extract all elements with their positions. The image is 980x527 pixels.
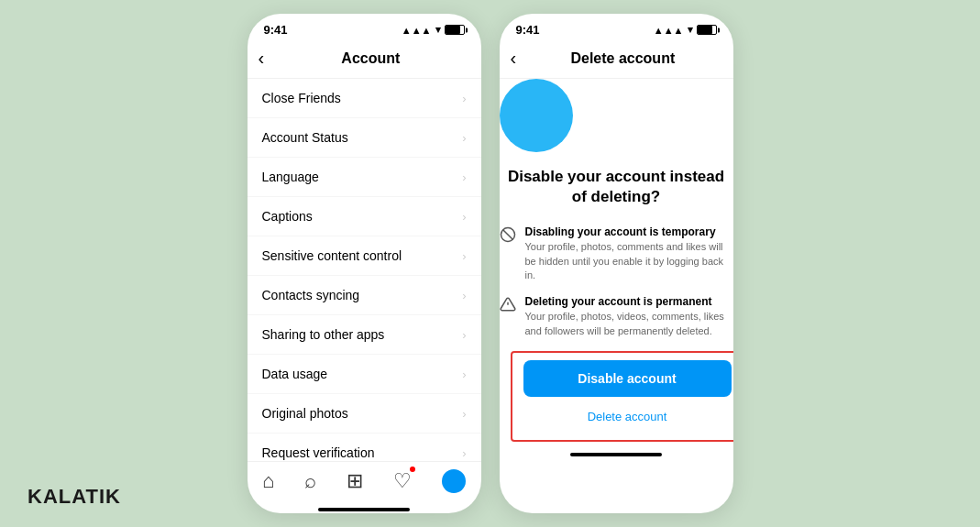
chevron-sensitive-content: › — [462, 249, 466, 263]
menu-label-contacts-syncing: Contacts syncing — [262, 288, 360, 302]
menu-item-account-status[interactable]: Account Status › — [248, 118, 481, 158]
right-nav-bar: ‹ Delete account — [500, 42, 733, 79]
signal-icon: ▲▲▲ — [402, 25, 432, 36]
wifi-icon: ▾ — [435, 24, 441, 36]
menu-item-sharing[interactable]: Sharing to other apps › — [248, 315, 481, 355]
status-bar-right: 9:41 ▲▲▲ ▾ — [500, 14, 733, 42]
signal-icon-right: ▲▲▲ — [654, 25, 684, 36]
home-icon[interactable]: ⌂ — [262, 469, 274, 493]
menu-item-close-friends[interactable]: Close Friends › — [248, 79, 481, 118]
menu-label-language: Language — [262, 170, 319, 184]
disable-account-button[interactable]: Disable account — [523, 360, 732, 397]
info-text-disable: Disabling your account is temporary Your… — [525, 225, 733, 282]
left-nav-title: Account — [271, 50, 469, 67]
chevron-captions: › — [462, 210, 466, 224]
add-post-icon[interactable]: ⊞ — [347, 469, 363, 493]
back-button-left[interactable]: ‹ — [259, 46, 272, 71]
battery-icon-right — [697, 25, 717, 35]
disable-icon — [500, 226, 516, 247]
info-row-disable: Disabling your account is temporary Your… — [500, 225, 733, 282]
back-button-right[interactable]: ‹ — [511, 46, 524, 71]
chevron-contacts-syncing: › — [462, 289, 466, 302]
bottom-actions: Disable account Delete account — [511, 351, 733, 442]
account-menu-list: Close Friends › Account Status › Languag… — [248, 79, 481, 461]
home-indicator-right — [570, 453, 662, 456]
battery-icon — [445, 25, 465, 35]
left-nav-bar: ‹ Account — [248, 42, 481, 79]
wifi-icon-right: ▾ — [688, 24, 693, 36]
profile-circle — [500, 79, 573, 152]
bottom-nav-left: ⌂ ⌕ ⊞ ♡ — [248, 461, 481, 504]
menu-item-language[interactable]: Language › — [248, 158, 481, 197]
menu-label-request-verification: Request verification — [262, 445, 375, 460]
left-phone: 9:41 ▲▲▲ ▾ ‹ Account Close Friends › Acc… — [248, 14, 481, 513]
delete-account-content: Disable your account instead of deleting… — [500, 79, 733, 351]
home-indicator-left — [318, 508, 410, 511]
menu-label-captions: Captions — [262, 209, 313, 224]
menu-label-sharing: Sharing to other apps — [262, 327, 385, 342]
info-title-delete: Deleting your account is permanent — [525, 295, 733, 308]
warning-icon — [500, 296, 516, 316]
status-icons-left: ▲▲▲ ▾ — [402, 24, 465, 36]
profile-icon[interactable] — [442, 469, 466, 493]
info-row-delete: Deleting your account is permanent Your … — [500, 295, 733, 338]
info-desc-disable: Your profile, photos, comments and likes… — [525, 240, 733, 282]
chevron-sharing: › — [462, 328, 466, 342]
time-left: 9:41 — [264, 23, 288, 37]
menu-label-data-usage: Data usage — [262, 367, 328, 381]
chevron-data-usage: › — [462, 368, 466, 381]
menu-label-original-photos: Original photos — [262, 406, 348, 421]
chevron-account-status: › — [462, 131, 466, 145]
menu-label-close-friends: Close Friends — [262, 91, 341, 105]
right-phone: 9:41 ▲▲▲ ▾ ‹ Delete account Disable your… — [500, 14, 733, 513]
menu-item-contacts-syncing[interactable]: Contacts syncing › — [248, 276, 481, 315]
svg-line-1 — [502, 230, 512, 240]
menu-label-account-status: Account Status — [262, 130, 348, 145]
menu-item-data-usage[interactable]: Data usage › — [248, 355, 481, 394]
chevron-request-verification: › — [462, 446, 466, 460]
status-bar-left: 9:41 ▲▲▲ ▾ — [248, 14, 481, 42]
menu-item-original-photos[interactable]: Original photos › — [248, 394, 481, 434]
time-right: 9:41 — [516, 23, 540, 37]
info-desc-delete: Your profile, photos, videos, comments, … — [525, 310, 733, 338]
right-nav-title: Delete account — [523, 50, 721, 67]
info-text-delete: Deleting your account is permanent Your … — [525, 295, 733, 338]
menu-item-sensitive-content[interactable]: Sensitive content control › — [248, 236, 481, 276]
menu-item-request-verification[interactable]: Request verification › — [248, 434, 481, 461]
delete-account-link[interactable]: Delete account — [523, 404, 732, 429]
menu-item-captions[interactable]: Captions › — [248, 197, 481, 236]
chevron-language: › — [462, 170, 466, 184]
chevron-close-friends: › — [462, 92, 466, 105]
disable-heading: Disable your account instead of deleting… — [500, 167, 733, 207]
reels-icon[interactable]: ♡ — [393, 469, 412, 493]
menu-label-sensitive-content: Sensitive content control — [262, 248, 402, 263]
chevron-original-photos: › — [462, 407, 466, 421]
search-icon[interactable]: ⌕ — [304, 469, 316, 493]
status-icons-right: ▲▲▲ ▾ — [654, 24, 717, 36]
info-title-disable: Disabling your account is temporary — [525, 225, 733, 238]
brand-label: KALATIK — [28, 485, 121, 509]
